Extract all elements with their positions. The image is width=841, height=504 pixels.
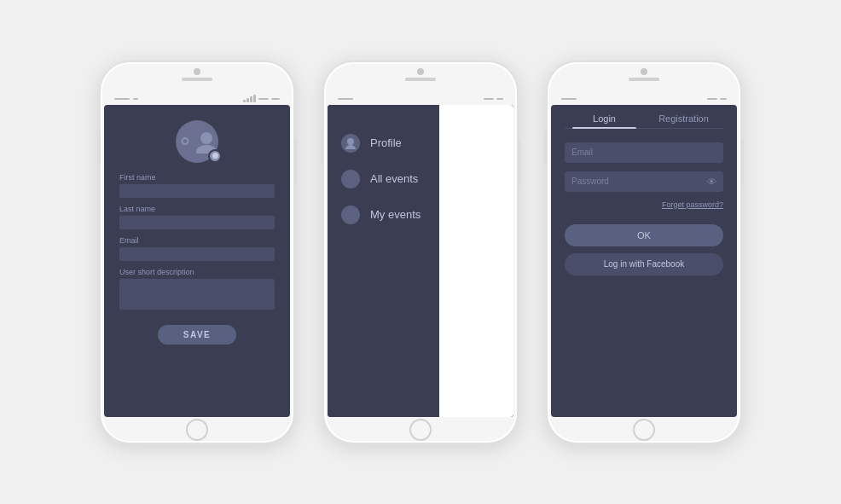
phones-container: ⚬ First name Last name bbox=[82, 43, 759, 461]
svg-point-3 bbox=[345, 145, 356, 149]
profile-icon bbox=[345, 137, 357, 149]
drawer-label-all-events: All events bbox=[370, 172, 418, 185]
forget-password-link[interactable]: Forget password? bbox=[565, 200, 723, 209]
eye-icon[interactable]: 👁 bbox=[707, 177, 716, 187]
email-placeholder: Email bbox=[571, 148, 593, 157]
drawer-label-profile: Profile bbox=[370, 136, 402, 149]
save-button[interactable]: SAVE bbox=[158, 325, 237, 345]
user-icon: ⚬ bbox=[176, 130, 194, 153]
drawer-label-my-events: My events bbox=[370, 208, 420, 221]
camera-1 bbox=[194, 68, 200, 75]
screen-2: Profile All events My events bbox=[328, 105, 513, 417]
password-field[interactable]: Password 👁 bbox=[565, 171, 723, 192]
tab-login[interactable]: Login bbox=[565, 113, 644, 128]
phone-bottom-1 bbox=[101, 417, 293, 443]
ok-button[interactable]: OK bbox=[565, 224, 723, 246]
description-input[interactable] bbox=[119, 279, 275, 310]
description-label: User short description bbox=[119, 268, 275, 276]
email-input-group: Email bbox=[565, 142, 723, 163]
first-name-label: First name bbox=[119, 173, 275, 182]
camera-2 bbox=[417, 68, 424, 75]
camera-3 bbox=[641, 68, 647, 75]
tab-registration[interactable]: Registration bbox=[644, 113, 723, 128]
password-placeholder: Password bbox=[571, 177, 609, 186]
profile-edit-screen: ⚬ First name Last name bbox=[104, 105, 290, 417]
password-input-group: Password 👁 bbox=[565, 171, 723, 192]
last-name-input[interactable] bbox=[119, 216, 275, 229]
home-button-2[interactable] bbox=[409, 419, 432, 441]
email-group: Email bbox=[119, 236, 275, 261]
status-bar-3 bbox=[558, 95, 730, 103]
drawer-avatar-my-events bbox=[341, 206, 360, 224]
phone-1: ⚬ First name Last name bbox=[99, 61, 295, 444]
email-input[interactable] bbox=[119, 247, 275, 261]
tabs-row: Login Registration bbox=[565, 113, 723, 129]
drawer-screen: Profile All events My events bbox=[328, 105, 513, 417]
description-group: User short description bbox=[119, 268, 275, 310]
email-label: Email bbox=[119, 236, 275, 245]
phone-top-2 bbox=[324, 62, 517, 95]
speaker-3 bbox=[629, 78, 659, 81]
avatar-edit-button[interactable] bbox=[208, 149, 222, 163]
drawer-item-profile[interactable]: Profile bbox=[341, 125, 426, 161]
drawer-panel: Profile All events My events bbox=[328, 105, 439, 417]
first-name-input[interactable] bbox=[119, 184, 275, 198]
speaker-1 bbox=[182, 78, 212, 81]
content-panel bbox=[439, 105, 513, 417]
login-screen: Login Registration Email Password 👁 bbox=[551, 105, 737, 417]
phone-bottom-3 bbox=[548, 417, 740, 443]
email-field[interactable]: Email bbox=[565, 142, 723, 163]
phone-bottom-2 bbox=[324, 417, 517, 443]
drawer-item-my-events[interactable]: My events bbox=[341, 197, 426, 233]
first-name-group: First name bbox=[119, 173, 275, 198]
last-name-label: Last name bbox=[119, 205, 275, 213]
svg-point-0 bbox=[200, 132, 212, 144]
status-bar-2 bbox=[334, 95, 507, 103]
phone-top-3 bbox=[548, 62, 740, 95]
svg-point-2 bbox=[347, 138, 354, 145]
facebook-login-button[interactable]: Log in with Facebook bbox=[565, 253, 723, 275]
phone-2: Profile All events My events bbox=[322, 61, 519, 444]
home-button-1[interactable] bbox=[186, 419, 208, 441]
screen-3: Login Registration Email Password 👁 bbox=[551, 105, 737, 417]
drawer-avatar-all-events bbox=[341, 170, 360, 188]
home-button-3[interactable] bbox=[633, 419, 655, 441]
avatar-container[interactable]: ⚬ bbox=[176, 120, 218, 163]
screen-1: ⚬ First name Last name bbox=[104, 105, 290, 417]
speaker-2 bbox=[405, 78, 436, 81]
drawer-item-all-events[interactable]: All events bbox=[341, 161, 426, 197]
phone-3: Login Registration Email Password 👁 bbox=[546, 61, 742, 444]
status-bar-1 bbox=[111, 95, 283, 103]
drawer-avatar-profile bbox=[341, 134, 360, 153]
phone-top-1 bbox=[101, 62, 293, 95]
last-name-group: Last name bbox=[119, 205, 275, 229]
